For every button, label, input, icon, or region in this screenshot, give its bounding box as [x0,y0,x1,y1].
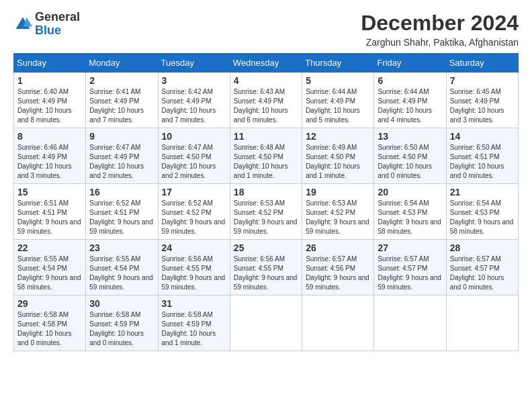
col-header-thursday: Thursday [302,54,374,73]
day-number: 15 [17,187,82,197]
day-number: 6 [378,75,442,86]
col-header-wednesday: Wednesday [230,54,302,73]
day-info: Sunrise: 6:52 AMSunset: 4:52 PMDaylight:… [162,199,226,236]
logo-icon [13,15,32,34]
day-number: 22 [17,242,82,253]
day-number: 8 [17,131,82,142]
day-info: Sunrise: 6:40 AMSunset: 4:49 PMDaylight:… [17,87,82,125]
calendar-cell: 11Sunrise: 6:48 AMSunset: 4:50 PMDayligh… [230,128,302,184]
calendar-week-row: 29Sunrise: 6:58 AMSunset: 4:58 PMDayligh… [14,295,519,351]
day-info: Sunrise: 6:55 AMSunset: 4:54 PMDaylight:… [89,255,154,292]
day-info: Sunrise: 6:56 AMSunset: 4:55 PMDaylight:… [234,255,298,292]
day-info: Sunrise: 6:49 AMSunset: 4:50 PMDaylight:… [306,143,370,181]
day-info: Sunrise: 6:56 AMSunset: 4:55 PMDaylight:… [162,255,226,292]
calendar-cell: 8Sunrise: 6:46 AMSunset: 4:49 PMDaylight… [14,128,86,184]
day-info: Sunrise: 6:53 AMSunset: 4:52 PMDaylight:… [306,199,370,236]
calendar-cell: 14Sunrise: 6:50 AMSunset: 4:51 PMDayligh… [446,128,518,184]
calendar-cell: 20Sunrise: 6:54 AMSunset: 4:53 PMDayligh… [374,184,446,240]
day-number: 10 [162,131,226,142]
calendar-cell: 5Sunrise: 6:44 AMSunset: 4:49 PMDaylight… [302,73,374,128]
calendar-cell: 30Sunrise: 6:58 AMSunset: 4:59 PMDayligh… [86,295,158,351]
col-header-monday: Monday [86,54,158,73]
calendar-cell: 28Sunrise: 6:57 AMSunset: 4:57 PMDayligh… [446,240,518,295]
calendar-table: SundayMondayTuesdayWednesdayThursdayFrid… [13,53,519,351]
logo: General Blue [13,11,80,38]
day-info: Sunrise: 6:45 AMSunset: 4:49 PMDaylight:… [450,87,515,125]
logo-text: General Blue [35,11,80,38]
logo-blue: Blue [35,24,61,37]
calendar-cell: 21Sunrise: 6:54 AMSunset: 4:53 PMDayligh… [446,184,518,240]
day-number: 9 [89,131,154,142]
day-number: 11 [234,131,298,142]
day-info: Sunrise: 6:54 AMSunset: 4:53 PMDaylight:… [450,199,515,236]
day-number: 30 [89,298,154,309]
day-number: 1 [17,75,82,86]
day-number: 14 [450,131,515,142]
calendar-cell: 25Sunrise: 6:56 AMSunset: 4:55 PMDayligh… [230,240,302,295]
day-info: Sunrise: 6:47 AMSunset: 4:50 PMDaylight:… [162,143,226,181]
day-number: 28 [450,242,515,253]
day-number: 29 [17,298,82,309]
day-info: Sunrise: 6:57 AMSunset: 4:57 PMDaylight:… [378,255,442,292]
month-title: December 2024 [361,11,519,36]
col-header-sunday: Sunday [14,54,86,73]
day-info: Sunrise: 6:58 AMSunset: 4:59 PMDaylight:… [162,310,226,348]
location-title: Zarghun Shahr, Paktika, Afghanistan [361,37,519,48]
calendar-cell: 1Sunrise: 6:40 AMSunset: 4:49 PMDaylight… [14,73,86,128]
day-info: Sunrise: 6:54 AMSunset: 4:53 PMDaylight:… [378,199,442,236]
col-header-tuesday: Tuesday [158,54,230,73]
calendar-week-row: 15Sunrise: 6:51 AMSunset: 4:51 PMDayligh… [14,184,519,240]
calendar-cell: 19Sunrise: 6:53 AMSunset: 4:52 PMDayligh… [302,184,374,240]
calendar-header-row: SundayMondayTuesdayWednesdayThursdayFrid… [14,54,519,73]
day-number: 7 [450,75,515,86]
day-number: 5 [306,75,370,86]
calendar-cell: 22Sunrise: 6:55 AMSunset: 4:54 PMDayligh… [14,240,86,295]
calendar-cell: 29Sunrise: 6:58 AMSunset: 4:58 PMDayligh… [14,295,86,351]
calendar-cell: 26Sunrise: 6:57 AMSunset: 4:56 PMDayligh… [302,240,374,295]
day-number: 3 [162,75,226,86]
day-number: 24 [162,242,226,253]
calendar-cell [374,295,446,351]
calendar-cell: 4Sunrise: 6:43 AMSunset: 4:49 PMDaylight… [230,73,302,128]
day-info: Sunrise: 6:43 AMSunset: 4:49 PMDaylight:… [234,87,298,125]
calendar-cell [230,295,302,351]
title-area: December 2024 Zarghun Shahr, Paktika, Af… [361,11,519,48]
calendar-cell: 23Sunrise: 6:55 AMSunset: 4:54 PMDayligh… [86,240,158,295]
calendar-cell [446,295,518,351]
col-header-friday: Friday [374,54,446,73]
logo-general: General [35,10,80,24]
calendar-cell: 10Sunrise: 6:47 AMSunset: 4:50 PMDayligh… [158,128,230,184]
day-info: Sunrise: 6:41 AMSunset: 4:49 PMDaylight:… [89,87,154,125]
calendar-cell: 27Sunrise: 6:57 AMSunset: 4:57 PMDayligh… [374,240,446,295]
day-info: Sunrise: 6:44 AMSunset: 4:49 PMDaylight:… [306,87,370,125]
calendar-week-row: 8Sunrise: 6:46 AMSunset: 4:49 PMDaylight… [14,128,519,184]
calendar-cell [302,295,374,351]
day-info: Sunrise: 6:50 AMSunset: 4:50 PMDaylight:… [378,143,442,181]
calendar-cell: 24Sunrise: 6:56 AMSunset: 4:55 PMDayligh… [158,240,230,295]
day-info: Sunrise: 6:42 AMSunset: 4:49 PMDaylight:… [162,87,226,125]
calendar-cell: 2Sunrise: 6:41 AMSunset: 4:49 PMDaylight… [86,73,158,128]
calendar-cell: 31Sunrise: 6:58 AMSunset: 4:59 PMDayligh… [158,295,230,351]
day-number: 21 [450,187,515,197]
calendar-cell: 18Sunrise: 6:53 AMSunset: 4:52 PMDayligh… [230,184,302,240]
day-number: 18 [234,187,298,197]
day-info: Sunrise: 6:52 AMSunset: 4:51 PMDaylight:… [89,199,154,236]
day-number: 2 [89,75,154,86]
day-info: Sunrise: 6:50 AMSunset: 4:51 PMDaylight:… [450,143,515,181]
calendar-cell: 6Sunrise: 6:44 AMSunset: 4:49 PMDaylight… [374,73,446,128]
day-number: 25 [234,242,298,253]
day-info: Sunrise: 6:46 AMSunset: 4:49 PMDaylight:… [17,143,82,181]
calendar-cell: 17Sunrise: 6:52 AMSunset: 4:52 PMDayligh… [158,184,230,240]
calendar-week-row: 22Sunrise: 6:55 AMSunset: 4:54 PMDayligh… [14,240,519,295]
day-number: 17 [162,187,226,197]
calendar-week-row: 1Sunrise: 6:40 AMSunset: 4:49 PMDaylight… [14,73,519,128]
day-number: 19 [306,187,370,197]
calendar-cell: 16Sunrise: 6:52 AMSunset: 4:51 PMDayligh… [86,184,158,240]
calendar-cell: 3Sunrise: 6:42 AMSunset: 4:49 PMDaylight… [158,73,230,128]
day-info: Sunrise: 6:58 AMSunset: 4:59 PMDaylight:… [89,310,154,348]
col-header-saturday: Saturday [446,54,518,73]
calendar-cell: 13Sunrise: 6:50 AMSunset: 4:50 PMDayligh… [374,128,446,184]
day-info: Sunrise: 6:44 AMSunset: 4:49 PMDaylight:… [378,87,442,125]
day-info: Sunrise: 6:48 AMSunset: 4:50 PMDaylight:… [234,143,298,181]
day-number: 26 [306,242,370,253]
